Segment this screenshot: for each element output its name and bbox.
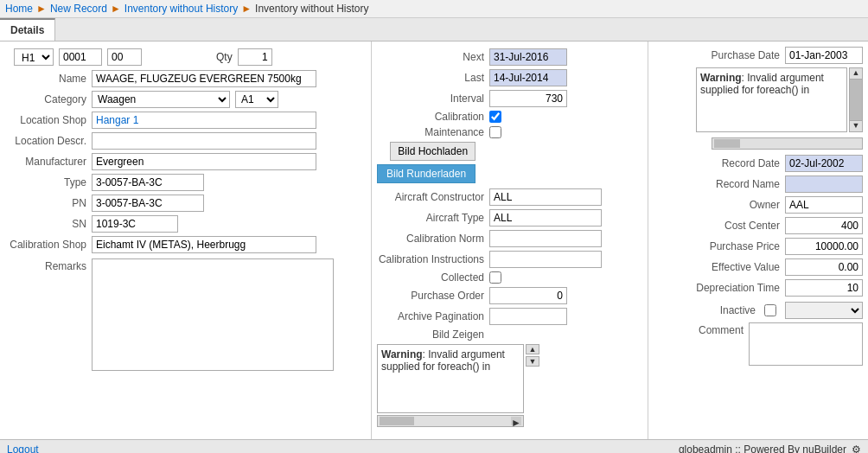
last-label: Last (377, 72, 489, 84)
next-input[interactable] (489, 48, 567, 66)
cost-center-row: Cost Center (654, 217, 863, 234)
breadcrumb-new-record[interactable]: New Record (50, 3, 107, 15)
location-descr-row: Location Descr. (5, 132, 366, 150)
bild-zeigen-label: Bild Zeigen (377, 329, 489, 341)
main-content: H1 Qty Name Category Waagen A1 Location … (0, 41, 868, 439)
cost-center-input[interactable] (785, 217, 863, 234)
gear-icon[interactable]: ⚙ (852, 443, 861, 453)
calibration-norm-row: Calibration Norm (377, 230, 642, 247)
pn-row: PN (5, 195, 366, 212)
powered-by: globeadmin :: Powered By nuBuilder (679, 443, 846, 453)
next-label: Next (377, 51, 489, 63)
purchase-date-label: Purchase Date (690, 49, 785, 61)
location-shop-label: Location Shop (5, 114, 92, 126)
location-shop-input[interactable] (92, 112, 316, 129)
inactive-label: Inactive (720, 304, 756, 316)
manufacturer-input[interactable] (92, 153, 316, 170)
breadcrumb-sep3: ► (241, 3, 252, 15)
record-name-label: Record Name (690, 178, 785, 190)
right-scroll-down[interactable]: ▼ (849, 120, 863, 132)
field2-input[interactable] (107, 48, 142, 66)
last-input[interactable] (489, 69, 567, 86)
breadcrumb-sep1: ► (36, 3, 47, 15)
purchase-price-input[interactable] (785, 238, 863, 255)
purchase-date-input[interactable] (785, 47, 863, 64)
category-select[interactable]: Waagen (92, 91, 230, 108)
aircraft-constructor-input[interactable] (489, 188, 602, 206)
cost-center-label: Cost Center (690, 220, 785, 232)
horiz-scroll-thumb (380, 417, 414, 425)
middle-panel: Next Last Interval Calibration Maintenan… (372, 41, 648, 439)
bild-hochladen-button[interactable]: Bild Hochladen (390, 142, 475, 161)
calibration-instructions-input[interactable] (489, 251, 602, 268)
record-date-input[interactable] (785, 155, 863, 172)
name-row: Name (5, 70, 366, 87)
purchase-price-label: Purchase Price (690, 240, 785, 252)
inactive-select[interactable] (785, 302, 863, 319)
breadcrumb-inventory[interactable]: Inventory without History (124, 3, 238, 15)
category-code-select[interactable]: A1 (235, 91, 278, 108)
purchase-order-label: Purchase Order (377, 290, 489, 302)
calibration-instructions-row: Calibration Instructions (377, 251, 642, 268)
type-input[interactable] (92, 174, 204, 191)
depreciation-time-input[interactable] (785, 279, 863, 297)
field1-input[interactable] (59, 48, 102, 66)
tab-details[interactable]: Details (0, 18, 55, 41)
warning2-bold: Warning (381, 348, 423, 360)
footer-right: globeadmin :: Powered By nuBuilder ⚙ (679, 443, 861, 453)
owner-label: Owner (690, 199, 785, 211)
breadcrumb-current: Inventory without History (255, 3, 368, 15)
horiz-scroll-right[interactable]: ► (511, 417, 521, 425)
bild-zeigen-row: Bild Zeigen (377, 329, 642, 341)
comment-textarea[interactable] (749, 322, 863, 366)
owner-row: Owner (654, 196, 863, 214)
collected-checkbox[interactable] (489, 271, 501, 284)
sn-input[interactable] (92, 215, 178, 233)
bild-runderladen-button[interactable]: Bild Runderladen (377, 164, 475, 183)
right-scroll-up[interactable]: ▲ (849, 67, 863, 80)
footer: Logout globeadmin :: Powered By nuBuilde… (0, 439, 868, 453)
manufacturer-label: Manufacturer (5, 156, 92, 168)
calibration-shop-row: Calibration Shop (5, 236, 366, 253)
purchase-order-input[interactable] (489, 287, 567, 304)
interval-input[interactable] (489, 90, 567, 107)
horiz-scrollbar[interactable]: ► (377, 415, 524, 427)
right-horiz-scrollbar[interactable] (712, 137, 863, 150)
scroll-down[interactable]: ▼ (526, 356, 539, 367)
record-name-row: Record Name (654, 175, 863, 193)
archive-pagination-input[interactable] (489, 308, 567, 325)
right-warning-bold: Warning (700, 72, 742, 84)
remarks-textarea[interactable] (92, 258, 334, 371)
qty-input[interactable] (238, 48, 272, 66)
calibration-norm-input[interactable] (489, 230, 602, 247)
purchase-order-row: Purchase Order (377, 287, 642, 304)
name-input[interactable] (92, 70, 316, 87)
calibration-checkbox[interactable] (489, 111, 501, 123)
inactive-checkbox[interactable] (764, 304, 776, 316)
last-row: Last (377, 69, 642, 86)
logout-link[interactable]: Logout (7, 443, 39, 453)
comment-label: Comment (654, 322, 749, 336)
effective-value-label: Effective Value (690, 261, 785, 273)
breadcrumb-home[interactable]: Home (5, 3, 33, 15)
location-descr-input[interactable] (92, 132, 316, 150)
sn-row: SN (5, 215, 366, 233)
next-row: Next (377, 48, 642, 66)
calibration-shop-label: Calibration Shop (5, 239, 92, 251)
maintenance-checkbox[interactable] (489, 126, 501, 138)
effective-value-input[interactable] (785, 258, 863, 276)
right-horiz-thumb (714, 139, 740, 148)
record-name-input[interactable] (785, 175, 863, 193)
owner-input[interactable] (785, 196, 863, 214)
top-row: H1 Qty (5, 48, 366, 66)
category-row: Category Waagen A1 (5, 91, 366, 108)
scroll-up[interactable]: ▲ (526, 344, 539, 354)
calibration-shop-input[interactable] (92, 236, 316, 253)
pn-input[interactable] (92, 195, 204, 212)
depreciation-time-label: Depreciation Time (690, 282, 785, 294)
aircraft-type-input[interactable] (489, 209, 602, 226)
maintenance-row: Maintenance (377, 126, 642, 138)
h1-select[interactable]: H1 (14, 48, 54, 66)
breadcrumb-sep2: ► (111, 3, 121, 15)
effective-value-row: Effective Value (654, 258, 863, 276)
